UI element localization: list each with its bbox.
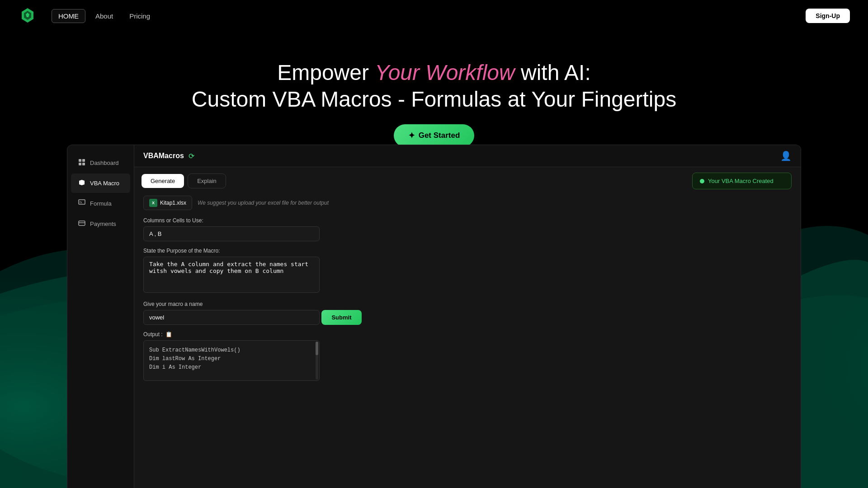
purpose-textarea[interactable]: Take the A column and extract the names … [143, 257, 320, 293]
copy-icon[interactable]: 📋 [165, 331, 172, 338]
hero-section: Empower Your Workflow with AI: Custom VB… [0, 32, 868, 147]
hero-suffix: with AI: [515, 61, 591, 84]
hero-title-line1: Empower Your Workflow with AI: [0, 59, 868, 87]
form-area: X Kitap1.xlsx We suggest you upload your… [134, 188, 801, 488]
columns-input[interactable] [143, 226, 320, 241]
sidebar-vba-label: VBA Macro [90, 180, 119, 187]
macro-name-input[interactable] [143, 310, 320, 325]
svg-rect-6 [79, 163, 81, 165]
output-scrollbar[interactable] [316, 342, 318, 380]
logo[interactable] [18, 6, 37, 25]
macro-name-label: Give your macro a name [143, 301, 792, 307]
wand-icon: ✦ [408, 131, 415, 141]
output-scrollbar-thumb [316, 342, 318, 355]
hero-highlight: Your Workflow [375, 61, 514, 84]
sidebar-item-formula[interactable]: fx Formula [71, 194, 130, 213]
output-label: Output : 📋 [143, 331, 792, 338]
dashboard-icon [78, 159, 85, 167]
navbar: HOME About Pricing Sign-Up [0, 0, 868, 32]
excel-icon: X [149, 199, 157, 207]
signup-button[interactable]: Sign-Up [806, 9, 850, 23]
file-hint: We suggest you upload your excel file fo… [198, 200, 329, 206]
nav-about[interactable]: About [89, 9, 119, 23]
payments-icon [78, 220, 85, 228]
refresh-icon[interactable]: ⟳ [189, 152, 194, 160]
sidebar: Dashboard VBA Macro fx Formula [67, 145, 134, 488]
sidebar-formula-label: Formula [90, 200, 112, 207]
svg-text:fx: fx [80, 201, 82, 204]
file-name: Kitap1.xlsx [160, 200, 186, 206]
svg-rect-4 [79, 159, 81, 162]
svg-rect-5 [82, 159, 85, 162]
svg-rect-10 [79, 221, 85, 225]
hero-title-line2: Custom VBA Macros - Formulas at Your Fin… [0, 87, 868, 112]
topbar-left: VBAMacros ⟳ [143, 152, 194, 160]
sidebar-dashboard-label: Dashboard [90, 160, 119, 166]
output-line-2: Dim lastRow As Integer [149, 355, 314, 363]
sidebar-item-dashboard[interactable]: Dashboard [71, 153, 130, 173]
notif-dot [700, 179, 704, 183]
main-content: VBAMacros ⟳ 👤 Generate Explain Your VBA … [134, 145, 801, 488]
nav-home[interactable]: HOME [52, 9, 85, 23]
vba-icon [78, 179, 85, 188]
svg-rect-7 [82, 163, 85, 165]
notification-bar: Your VBA Macro Created [692, 173, 792, 189]
hero-prefix: Empower [277, 61, 375, 84]
submit-button[interactable]: Submit [321, 310, 361, 325]
columns-label: Columns or Cells to Use: [143, 217, 792, 224]
file-chip[interactable]: X Kitap1.xlsx [143, 196, 192, 210]
navbar-left: HOME About Pricing [18, 6, 156, 25]
purpose-label: State the Purpose of the Macro: [143, 248, 792, 254]
sidebar-item-payments[interactable]: Payments [71, 214, 130, 234]
user-icon[interactable]: 👤 [780, 150, 792, 161]
app-container: Dashboard VBA Macro fx Formula [67, 145, 801, 488]
main-topbar: VBAMacros ⟳ 👤 [134, 145, 801, 167]
output-box: Sub ExtractNamesWithVowels() Dim lastRow… [143, 340, 320, 381]
get-started-button[interactable]: ✦ Get Started [394, 124, 475, 147]
get-started-label: Get Started [419, 131, 460, 140]
tab-generate[interactable]: Generate [142, 174, 184, 188]
formula-icon: fx [78, 199, 85, 208]
vba-macros-title: VBAMacros [143, 152, 184, 160]
sidebar-payments-label: Payments [90, 221, 116, 227]
notification-text: Your VBA Macro Created [708, 178, 774, 184]
nav-pricing[interactable]: Pricing [123, 9, 156, 23]
nav-links: HOME About Pricing [52, 9, 156, 23]
output-line-3: Dim i As Integer [149, 363, 314, 372]
tabs-container: Generate Explain Your VBA Macro Created [134, 167, 801, 188]
file-row: X Kitap1.xlsx We suggest you upload your… [143, 196, 792, 210]
output-line-1: Sub ExtractNamesWithVowels() [149, 346, 314, 355]
sidebar-item-vba[interactable]: VBA Macro [71, 174, 130, 193]
tab-explain[interactable]: Explain [188, 174, 226, 188]
